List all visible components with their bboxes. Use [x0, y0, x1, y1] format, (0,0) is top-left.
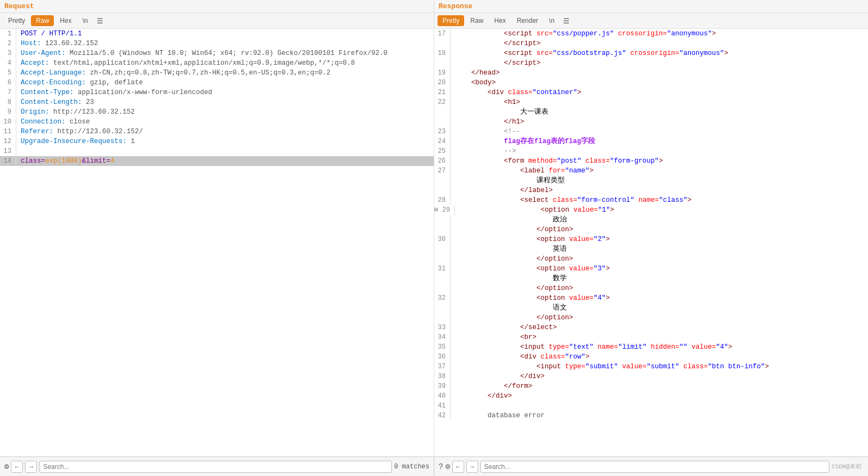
code-line: 23 <!-- — [434, 127, 868, 137]
response-code-area: 17 <script src="css/popper.js" crossorig… — [434, 29, 868, 456]
code-line: 24 flag存在flag表的flag字段 — [434, 137, 868, 146]
code-line: 9 Origin: http://123.60.32.152 — [0, 107, 434, 117]
code-line: 7 Content-Type: application/x-www-form-u… — [0, 88, 434, 97]
search-input-right[interactable] — [480, 461, 829, 473]
settings-icon-right[interactable]: ⚙ — [445, 462, 449, 471]
code-line: 21 <div class="container"> — [434, 88, 868, 97]
code-line: 27 <label for="name"> — [434, 166, 868, 176]
bottom-bar: ⚙ ← → 0 matches ? ⚙ ← → CSDN@末初 — [0, 456, 868, 476]
code-line: 28 <select class="form-control" name="cl… — [434, 195, 868, 205]
tab-hex-response[interactable]: Hex — [489, 15, 510, 26]
code-line: 39 </form> — [434, 381, 868, 391]
tab-pretty-response[interactable]: Pretty — [438, 15, 464, 26]
code-line: 5 Accept-Language: zh-CN,zh;q=0.8,zh-TW;… — [0, 68, 434, 78]
code-line: 26 <form method="post" class="form-group… — [434, 156, 868, 166]
settings-icon[interactable]: ⚙ — [4, 462, 9, 471]
code-line: </script> — [434, 58, 868, 68]
tab-hex[interactable]: Hex — [55, 15, 76, 26]
code-line: 6 Accept-Encoding: gzip, deflate — [0, 78, 434, 88]
menu-icon[interactable]: ☰ — [94, 16, 106, 26]
response-panel: Response Pretty Raw Hex Render \n ☰ 17 <… — [434, 0, 868, 456]
tab-newline[interactable]: \n — [78, 15, 93, 26]
code-line: 19 </head> — [434, 68, 868, 78]
code-line: 37 <input type="submit" value="submit" c… — [434, 362, 868, 372]
tab-newline-response[interactable]: \n — [544, 15, 559, 26]
request-toolbar: Pretty Raw Hex \n ☰ — [0, 13, 434, 29]
code-line-highlighted: 14 class=exp(1000)&limit=4 — [0, 156, 434, 166]
code-line: 30 <option value="2"> — [434, 234, 868, 244]
code-line: </option> — [434, 225, 868, 234]
watermark: CSDN@末初 — [832, 462, 864, 471]
bottom-right-bar: ? ⚙ ← → CSDN@末初 — [434, 457, 868, 476]
bottom-left-bar: ⚙ ← → 0 matches — [0, 457, 434, 476]
code-line: 40 </div> — [434, 391, 868, 401]
code-line: </label> — [434, 186, 868, 195]
response-toolbar: Pretty Raw Hex Render \n ☰ — [434, 13, 868, 29]
code-line: 11 Referer: http://123.60.32.152/ — [0, 127, 434, 137]
nav-back-button-right[interactable]: ← — [452, 461, 464, 473]
code-line: 12 Upgrade-Insecure-Requests: 1 — [0, 137, 434, 146]
tab-pretty[interactable]: Pretty — [3, 15, 30, 26]
nav-forward-button-right[interactable]: → — [466, 461, 478, 473]
code-line: 10 Connection: close — [0, 117, 434, 127]
code-line: 课程类型 — [434, 176, 868, 186]
code-line: 20 <body> — [434, 78, 868, 88]
code-line: 38 </div> — [434, 372, 868, 381]
code-line: 18 <script src="css/bootstrap.js" crosso… — [434, 48, 868, 58]
code-line: 数学 — [434, 274, 868, 283]
code-line: 13 — [0, 146, 434, 156]
code-line: 36 <div class="row"> — [434, 352, 868, 362]
code-line: 4 Accept: text/html,application/xhtml+xm… — [0, 58, 434, 68]
code-line: 大一课表 — [434, 107, 868, 117]
code-line: </option> — [434, 313, 868, 323]
code-line: </script> — [434, 39, 868, 48]
response-header: Response — [434, 0, 868, 13]
code-line: 25 --> — [434, 146, 868, 156]
request-code-area: 1 POST / HTTP/1.1 2 Host: 123.60.32.152 … — [0, 29, 434, 456]
tab-raw-response[interactable]: Raw — [465, 15, 488, 26]
code-line: 8 Content-Length: 23 — [0, 97, 434, 107]
code-line: 3 User-Agent: Mozilla/5.0 (Windows NT 10… — [0, 48, 434, 58]
code-line: 政治 — [434, 215, 868, 225]
code-line: 32 <option value="4"> — [434, 293, 868, 303]
request-header: Request — [0, 0, 434, 13]
code-line: 22 <h1> — [434, 97, 868, 107]
code-line: 17 <script src="css/popper.js" crossorig… — [434, 29, 868, 39]
code-line: 31 <option value="3"> — [434, 264, 868, 274]
code-line: 语文 — [434, 303, 868, 313]
search-input-left[interactable] — [39, 461, 392, 473]
matches-count: 0 matches — [394, 463, 429, 471]
code-line: 33 </select> — [434, 323, 868, 332]
code-line: 2 Host: 123.60.32.152 — [0, 39, 434, 48]
code-line: 1 POST / HTTP/1.1 — [0, 29, 434, 39]
code-line: ⊞ 29 <option value="1"> — [434, 205, 868, 215]
code-line: 42 database error — [434, 411, 868, 421]
tab-raw[interactable]: Raw — [31, 15, 54, 26]
tab-render-response[interactable]: Render — [512, 15, 543, 26]
help-icon[interactable]: ? — [439, 462, 443, 471]
code-line: </option> — [434, 254, 868, 264]
code-line: 34 <br> — [434, 332, 868, 342]
code-line: 41 — [434, 401, 868, 411]
code-line: 35 <input type="text" name="limit" hidde… — [434, 342, 868, 352]
code-line: 英语 — [434, 244, 868, 254]
nav-back-button[interactable]: ← — [11, 461, 23, 473]
request-panel: Request Pretty Raw Hex \n ☰ 1 POST / HTT… — [0, 0, 434, 456]
nav-forward-button[interactable]: → — [25, 461, 37, 473]
code-line: </h1> — [434, 117, 868, 127]
menu-icon-response[interactable]: ☰ — [560, 16, 572, 26]
code-line: </option> — [434, 283, 868, 293]
